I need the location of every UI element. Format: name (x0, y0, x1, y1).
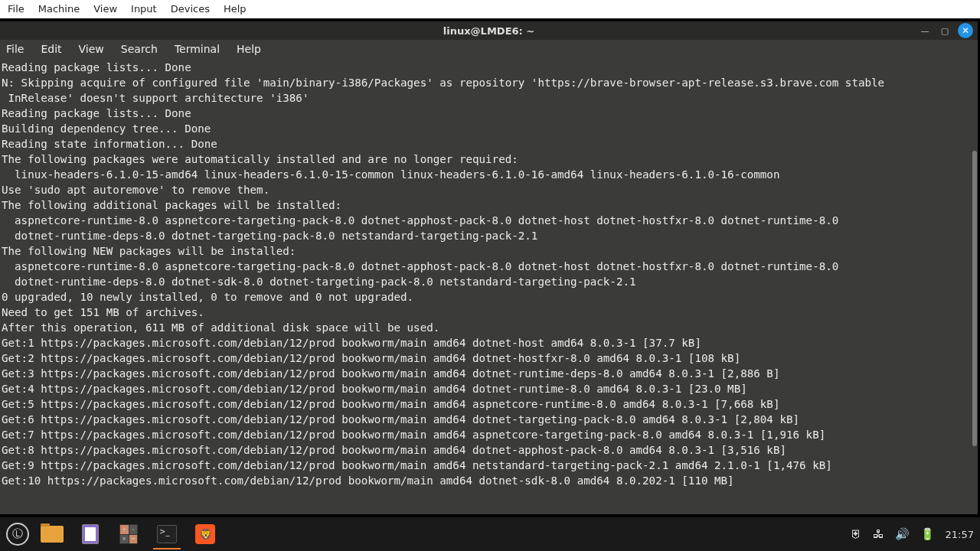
terminal-menu-bar: File Edit View Search Terminal Help (0, 40, 978, 60)
taskbar-text-editor[interactable] (75, 520, 106, 548)
shield-icon[interactable]: ⛨ (851, 527, 862, 541)
terminal-text: Reading package lists... Done N: Skippin… (2, 60, 976, 488)
guest-screen: linux@LMDE6: ~ — ▢ ✕ File Edit View Sear… (0, 18, 980, 551)
battery-icon[interactable]: 🔋 (920, 527, 935, 541)
terminal-scrollbar[interactable] (972, 60, 978, 514)
taskbar: Ⓛ +-×= >_ 🦁 ⛨ 🖧 🔊 🔋 21:57 (0, 517, 980, 551)
terminal-icon: >_ (157, 525, 177, 543)
terminal-menu-file[interactable]: File (6, 43, 24, 57)
start-menu-button[interactable]: Ⓛ (6, 523, 29, 546)
terminal-menu-help[interactable]: Help (237, 43, 261, 57)
terminal-output[interactable]: Reading package lists... Done N: Skippin… (0, 60, 978, 514)
brave-icon: 🦁 (195, 524, 215, 544)
terminal-menu-terminal[interactable]: Terminal (175, 43, 220, 57)
host-menu-input[interactable]: Input (131, 3, 157, 15)
close-button[interactable]: ✕ (958, 23, 973, 38)
terminal-menu-edit[interactable]: Edit (41, 43, 61, 57)
taskbar-brave[interactable]: 🦁 (190, 520, 220, 548)
host-menu-bar: File Machine View Input Devices Help (0, 0, 980, 18)
terminal-menu-search[interactable]: Search (121, 43, 158, 57)
calculator-icon: +-×= (119, 524, 138, 544)
host-menu-help[interactable]: Help (224, 3, 247, 15)
window-titlebar[interactable]: linux@LMDE6: ~ — ▢ ✕ (0, 21, 978, 40)
volume-icon[interactable]: 🔊 (895, 527, 910, 541)
folder-icon (41, 526, 64, 543)
window-title: linux@LMDE6: ~ (443, 25, 534, 37)
terminal-window: linux@LMDE6: ~ — ▢ ✕ File Edit View Sear… (0, 21, 978, 514)
taskbar-calculator[interactable]: +-×= (113, 520, 144, 548)
text-editor-icon (82, 524, 99, 544)
network-icon[interactable]: 🖧 (873, 527, 884, 541)
system-tray: ⛨ 🖧 🔊 🔋 21:57 (851, 527, 974, 541)
taskbar-terminal[interactable]: >_ (152, 520, 182, 548)
maximize-button[interactable]: ▢ (938, 24, 952, 37)
taskbar-files[interactable] (37, 520, 67, 548)
host-menu-machine[interactable]: Machine (38, 3, 80, 15)
host-menu-devices[interactable]: Devices (171, 3, 210, 15)
host-menu-file[interactable]: File (8, 3, 24, 15)
clock[interactable]: 21:57 (946, 529, 974, 540)
scrollbar-thumb[interactable] (972, 151, 977, 446)
host-menu-view[interactable]: View (93, 3, 117, 15)
terminal-menu-view[interactable]: View (79, 43, 104, 57)
minimize-button[interactable]: — (918, 24, 932, 37)
